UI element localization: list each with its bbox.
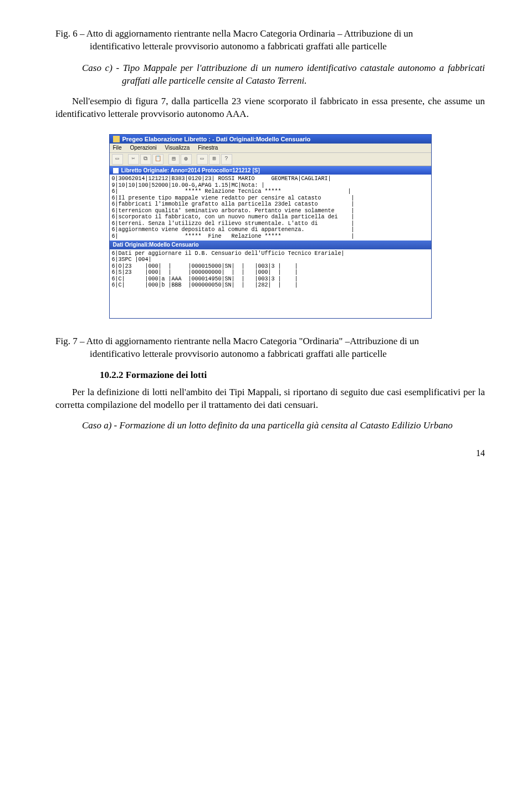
menu-visualizza[interactable]: Visualizza <box>165 145 190 151</box>
menu-bar: File Operazioni Visualizza Finestra <box>110 144 431 153</box>
menu-finestra[interactable]: Finestra <box>198 145 218 151</box>
figure-6-caption: Fig. 6 – Atto di aggiornamento rientrant… <box>55 28 485 53</box>
toolbar-button-6[interactable]: ◍ <box>181 154 192 165</box>
doc-icon <box>113 168 119 173</box>
dati-originali-header: Dati Originali:Modello Censuario <box>110 241 431 249</box>
toolbar-open-icon[interactable]: ▭ <box>112 154 123 165</box>
caso-a-lead: Caso a) - <box>82 420 120 431</box>
toolbar: ▭ ✂ ⧉ 📋 ▤ ◍ ▭ ⊞ ? <box>110 153 431 166</box>
menu-operazioni[interactable]: Operazioni <box>130 145 156 151</box>
toolbar-button-7[interactable]: ▭ <box>197 154 208 165</box>
libretto-text-pane: 0|30062014|121212|B383|0120|23| ROSSI MA… <box>110 175 431 241</box>
paragraph-lotti: Per la definizione di lotti nell'ambito … <box>55 386 485 412</box>
toolbar-copy-icon[interactable]: ⧉ <box>140 154 151 165</box>
fig6-line2: identificativo letterale provvisorio aut… <box>55 40 485 53</box>
libretto-titlebar: Libretto Originale: Anno=2014 Protocollo… <box>110 166 431 175</box>
toolbar-help-icon[interactable]: ? <box>221 154 232 165</box>
fig7-line1: Fig. 7 – Atto di aggiornamento rientrant… <box>55 336 419 346</box>
window-titlebar: Pregeo Elaborazione Libretto : - Dati Or… <box>110 135 431 144</box>
toolbar-paste-icon[interactable]: 📋 <box>152 154 163 165</box>
pregeo-window: Pregeo Elaborazione Libretto : - Dati Or… <box>109 134 432 319</box>
caso-c-lead: Caso c) - <box>82 63 123 73</box>
toolbar-button-8[interactable]: ⊞ <box>209 154 220 165</box>
dati-originali-title: Dati Originali:Modello Censuario <box>113 242 199 248</box>
paragraph-example-7: Nell'esempio di figura 7, dalla particel… <box>55 95 485 121</box>
section-10-2-2-heading: 10.2.2 Formazione dei lotti <box>55 370 485 381</box>
menu-file[interactable]: File <box>113 145 122 151</box>
app-icon <box>113 136 120 142</box>
fig7-line2: identificativo letterale provvisorio aut… <box>55 348 485 361</box>
libretto-title: Libretto Originale: Anno=2014 Protocollo… <box>121 167 260 174</box>
figure-7-caption: Fig. 7 – Atto di aggiornamento rientrant… <box>55 335 485 361</box>
toolbar-button-5[interactable]: ▤ <box>168 154 180 165</box>
caso-a: Caso a) - Formazione di un lotto definit… <box>55 420 485 432</box>
fig6-line1: Fig. 6 – Atto di aggiornamento rientrant… <box>55 28 413 39</box>
censuario-text-pane: 6|Dati per aggiornare il D.B. Censuario … <box>110 249 431 318</box>
caso-c: Caso c) - Tipo Mappale per l'attribuzion… <box>55 62 485 88</box>
page-number: 14 <box>55 448 485 458</box>
toolbar-cut-icon[interactable]: ✂ <box>128 154 139 165</box>
window-title: Pregeo Elaborazione Libretto : - Dati Or… <box>122 136 311 143</box>
caso-c-text: Tipo Mappale per l'attribuzione di un nu… <box>122 63 485 86</box>
caso-a-text: Formazione di un lotto definito da una p… <box>120 420 453 431</box>
